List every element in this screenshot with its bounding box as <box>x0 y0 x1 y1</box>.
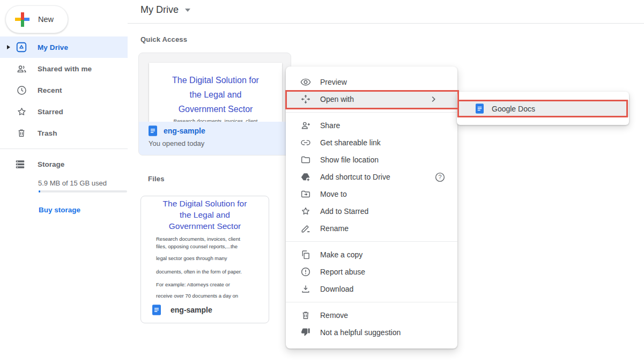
header-divider <box>128 23 644 24</box>
buy-storage-link[interactable]: Buy storage <box>39 206 80 214</box>
sidebar-item-label: Recent <box>38 86 62 94</box>
open-with-submenu: Google Docs <box>457 92 629 125</box>
doc-body-line: Research documents, invoices, client <box>156 235 269 242</box>
opened-status: You opened today <box>149 139 204 147</box>
person-add-icon <box>300 120 311 131</box>
menu-item-remove[interactable]: Remove <box>286 307 457 324</box>
sidebar-item-trash[interactable]: Trash <box>0 122 128 144</box>
quick-access-heading: Quick Access <box>140 35 187 43</box>
menu-divider <box>286 241 457 242</box>
file-name: eng-sample <box>164 127 205 135</box>
document-thumbnail: The Digital Solution for the Legal and G… <box>149 63 282 122</box>
trash-icon <box>300 310 311 321</box>
star-icon <box>300 206 311 217</box>
eye-icon <box>300 77 311 87</box>
sidebar-item-label: Shared with me <box>38 65 92 73</box>
quick-access-card[interactable]: The Digital Solution for the Legal and G… <box>138 53 291 155</box>
plus-icon <box>15 12 29 27</box>
menu-item-rename[interactable]: Rename <box>286 220 457 237</box>
link-icon <box>300 137 311 148</box>
my-drive-icon <box>16 41 27 53</box>
storage-usage-text: 5.9 MB of 15 GB used <box>38 179 107 187</box>
sidebar-nav: My Drive Shared with me Recent Starred <box>0 36 128 144</box>
expand-arrow-icon[interactable] <box>7 45 10 49</box>
menu-item-not-helpful-suggestion[interactable]: Not a helpful suggestion <box>286 324 457 341</box>
doc-body-line: receive over 70 documents a day on <box>156 292 269 299</box>
google-docs-icon <box>152 305 161 315</box>
menu-item-move-to[interactable]: Move to <box>286 186 457 203</box>
breadcrumb[interactable]: My Drive <box>140 4 190 16</box>
open-with-icon <box>300 94 311 105</box>
clock-icon <box>16 84 27 96</box>
doc-snippet: Research documents, invoices, client <box>149 118 282 122</box>
menu-item-report-abuse[interactable]: Report abuse <box>286 263 457 280</box>
download-icon <box>300 284 311 294</box>
google-drive-app: New My Drive Shared with me Recent <box>0 0 644 363</box>
doc-title-line: Government Sector <box>149 102 282 116</box>
file-name: eng-sample <box>171 306 212 314</box>
menu-item-make-a-copy[interactable]: Make a copy <box>286 246 457 263</box>
file-card[interactable]: The Digital Solution for the Legal and G… <box>140 196 269 323</box>
new-button-label: New <box>38 15 54 24</box>
sidebar: New My Drive Shared with me Recent <box>0 0 128 363</box>
thumb-down-icon <box>300 327 311 338</box>
sidebar-item-recent[interactable]: Recent <box>0 79 128 101</box>
menu-item-download[interactable]: Download <box>286 280 457 298</box>
quick-access-card-footer: eng-sample You opened today <box>139 122 291 155</box>
menu-item-open-with[interactable]: Open with <box>286 91 457 108</box>
menu-item-add-shortcut-to-drive[interactable]: Add shortcut to Drive ? <box>286 168 457 186</box>
sidebar-item-label: My Drive <box>38 43 68 51</box>
drive-add-icon <box>300 172 311 182</box>
sidebar-item-starred[interactable]: Starred <box>0 101 128 122</box>
trash-icon <box>16 127 27 139</box>
star-icon <box>16 106 27 117</box>
sidebar-item-shared-with-me[interactable]: Shared with me <box>0 58 128 79</box>
help-icon[interactable]: ? <box>434 172 446 183</box>
doc-body-line: documents, often in the form of paper. <box>156 268 269 275</box>
sidebar-item-storage[interactable]: Storage <box>0 154 128 175</box>
doc-body-line: files, opposing counsel reports,...the <box>156 243 269 250</box>
folder-icon <box>300 154 311 165</box>
sidebar-item-label: Trash <box>38 129 57 137</box>
doc-title-line: the Legal and <box>141 209 269 220</box>
sidebar-item-my-drive[interactable]: My Drive <box>0 36 128 58</box>
google-docs-icon <box>474 103 485 114</box>
menu-item-preview[interactable]: Preview <box>286 73 457 91</box>
storage-icon <box>14 159 26 170</box>
chevron-right-icon <box>428 94 439 105</box>
storage-quota-fill <box>39 190 40 192</box>
sidebar-divider <box>0 149 128 149</box>
doc-title-line: The Digital Solution for <box>141 198 269 209</box>
report-icon <box>300 266 311 277</box>
menu-divider <box>286 302 457 302</box>
doc-title-line: Government Sector <box>141 220 269 232</box>
storage-quota-bar <box>39 190 127 192</box>
doc-body-line: legal sector goes through many <box>156 255 269 262</box>
submenu-item-google-docs[interactable]: Google Docs <box>457 100 629 117</box>
folder-move-icon <box>300 189 311 199</box>
menu-item-get-shareable-link[interactable]: Get shareable link <box>286 134 457 151</box>
menu-item-show-file-location[interactable]: Show file location <box>286 151 457 168</box>
page-title: My Drive <box>140 4 179 16</box>
pencil-icon <box>300 223 311 234</box>
copy-icon <box>300 249 311 260</box>
files-heading: Files <box>148 175 165 183</box>
google-docs-icon <box>149 125 157 136</box>
storage-label: Storage <box>38 160 64 168</box>
doc-title-line: The Digital Solution for <box>149 73 282 87</box>
context-menu: Preview Open with Share Get shareable li… <box>286 66 457 349</box>
chevron-down-icon[interactable] <box>185 9 190 12</box>
new-button[interactable]: New <box>5 5 68 33</box>
menu-divider <box>286 112 457 113</box>
sidebar-item-label: Starred <box>38 108 63 116</box>
people-icon <box>16 63 27 75</box>
menu-item-share[interactable]: Share <box>286 117 457 134</box>
doc-title-line: the Legal and <box>149 87 282 102</box>
svg-text:?: ? <box>438 174 441 180</box>
menu-item-add-to-starred[interactable]: Add to Starred <box>286 203 457 220</box>
doc-body-line: For example: Attorneys create or <box>156 281 269 288</box>
